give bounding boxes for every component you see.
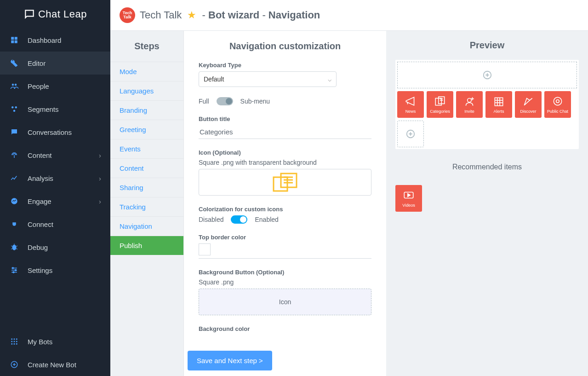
preview-add-top[interactable] (397, 62, 577, 88)
sidebar-item-debug[interactable]: Debug (0, 236, 110, 259)
sidebar-item-people[interactable]: People (0, 75, 110, 98)
tile-label: News (405, 109, 416, 114)
tile-icon (522, 95, 534, 107)
sidebar-item-content[interactable]: Content › (0, 144, 110, 167)
icon-upload[interactable] (199, 169, 371, 196)
preview-tile-categories[interactable]: Categories (427, 91, 453, 118)
form-title: Navigation customization (184, 31, 386, 62)
bot-badge: Tech Talk (120, 7, 135, 23)
step-publish[interactable]: Publish (110, 236, 183, 255)
people-icon (9, 81, 19, 91)
analysis-icon (9, 173, 19, 183)
preview-tile-invite[interactable]: Invite (456, 91, 483, 118)
sidebar-item-createbot[interactable]: Create New Bot (0, 353, 110, 376)
full-submenu-toggle[interactable] (217, 97, 233, 105)
preview-tile-news[interactable]: News (397, 91, 424, 118)
icon-hint: Square .png with transparent background (199, 159, 371, 166)
step-mode[interactable]: Mode (110, 62, 183, 81)
categories-icon (273, 173, 297, 192)
svg-point-40 (554, 97, 561, 105)
top-border-color-swatch[interactable] (199, 243, 211, 255)
sidebar-item-label: Debug (28, 243, 48, 251)
sidebar-item-label: Editor (28, 59, 46, 67)
chevron-right-icon: › (99, 151, 101, 159)
step-events[interactable]: Events (110, 139, 183, 158)
step-languages[interactable]: Languages (110, 81, 183, 100)
grid-icon (9, 336, 19, 347)
svg-rect-1 (15, 37, 17, 40)
colorize-toggle[interactable] (231, 215, 247, 224)
preview-column: Preview NewsCategoriesInviteAlertsDiscov… (386, 31, 588, 376)
breadcrumb-sep: - (262, 9, 268, 21)
header: Tech Talk Tech Talk ★ - Bot wizard - Nav… (110, 0, 588, 31)
bg-button-upload[interactable]: Icon (199, 289, 371, 315)
tile-icon (403, 189, 415, 201)
preview-add-tile[interactable] (397, 121, 424, 147)
sidebar-item-mybots[interactable]: My Bots (0, 330, 110, 353)
tile-label: Invite (464, 109, 474, 114)
svg-rect-2 (11, 40, 14, 43)
tile-label: Videos (402, 203, 415, 208)
steps-column: Steps ModeLanguagesBrandingGreetingEvent… (110, 31, 184, 376)
svg-point-12 (15, 270, 17, 271)
sidebar-item-dashboard[interactable]: Dashboard (0, 29, 110, 52)
svg-point-4 (12, 84, 14, 86)
svg-point-21 (14, 343, 15, 345)
sidebar-item-conversations[interactable]: Conversations (0, 121, 110, 144)
plus-circle-icon (405, 129, 416, 139)
toggle-label-disabled: Disabled (199, 216, 223, 223)
messenger-icon (9, 196, 19, 206)
wrench-icon (9, 58, 19, 68)
logo: Chat Leap (0, 0, 110, 29)
step-greeting[interactable]: Greeting (110, 120, 183, 139)
toggle-label-full: Full (199, 98, 209, 105)
step-tracking[interactable]: Tracking (110, 197, 183, 216)
icon-label: Icon (Optional) (199, 149, 371, 156)
svg-point-20 (11, 343, 12, 345)
preview-tile-alerts[interactable]: Alerts (485, 91, 512, 118)
step-content[interactable]: Content (110, 158, 183, 178)
tile-label: Categories (430, 109, 450, 114)
button-title-input[interactable] (199, 125, 371, 139)
svg-point-7 (15, 106, 17, 109)
svg-rect-0 (11, 37, 14, 40)
svg-point-5 (15, 84, 17, 86)
sidebar-item-analysis[interactable]: Analysis › (0, 167, 110, 190)
bug-icon (9, 242, 19, 252)
form-column: Navigation customization Keyboard Type D… (184, 31, 386, 376)
upload-placeholder: Icon (279, 298, 291, 306)
save-next-button[interactable]: Save and Next step > (188, 351, 272, 370)
breadcrumb-bot-name: Tech Talk (140, 9, 182, 21)
preview-tile-discover[interactable]: Discover (515, 91, 542, 118)
sidebar-item-label: Engage (28, 197, 51, 205)
svg-point-11 (12, 267, 14, 269)
step-branding[interactable]: Branding (110, 100, 183, 120)
star-icon[interactable]: ★ (187, 9, 196, 21)
svg-rect-35 (495, 98, 502, 105)
steps-title: Steps (110, 31, 183, 62)
sidebar-item-editor[interactable]: Editor (0, 52, 110, 75)
preview-tile-public-chat[interactable]: Public Chat (544, 91, 571, 118)
chevron-right-icon: › (99, 197, 101, 205)
tile-icon (463, 95, 475, 107)
sidebar-item-engage[interactable]: Engage › (0, 190, 110, 213)
sidebar-item-label: Analysis (28, 174, 53, 182)
sidebar-item-label: Segments (28, 105, 59, 113)
tile-icon (434, 95, 446, 107)
rec-tile-videos[interactable]: Videos (395, 185, 422, 212)
sidebar-item-segments[interactable]: Segments (0, 98, 110, 121)
sidebar-item-settings[interactable]: Settings (0, 259, 110, 282)
step-sharing[interactable]: Sharing (110, 178, 183, 197)
sidebar-item-label: Dashboard (28, 36, 61, 44)
sidebar-item-connect[interactable]: Connect (0, 213, 110, 236)
keyboard-type-select[interactable]: Default ⌵ (199, 71, 337, 87)
step-navigation[interactable]: Navigation (110, 216, 183, 236)
svg-point-15 (14, 338, 15, 340)
svg-point-19 (16, 341, 17, 342)
svg-point-14 (11, 338, 12, 340)
toggle-label-enabled: Enabled (255, 216, 278, 223)
breadcrumb-section: Bot wizard (208, 9, 259, 21)
tile-icon (552, 95, 564, 107)
segments-icon (9, 104, 19, 114)
broadcast-icon (9, 150, 19, 160)
